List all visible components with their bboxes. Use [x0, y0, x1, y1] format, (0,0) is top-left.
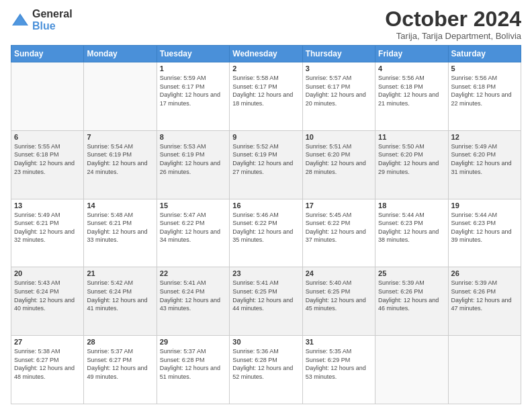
day-number: 18 — [378, 201, 445, 210]
day-number: 30 — [232, 338, 299, 346]
day-info: Sunrise: 5:41 AM Sunset: 6:24 PM Dayligh… — [160, 279, 226, 312]
header: General Blue October 2024 Tarija, Tarija… — [11, 8, 521, 41]
table-row: 18Sunrise: 5:44 AM Sunset: 6:23 PM Dayli… — [375, 199, 448, 267]
day-info: Sunrise: 5:58 AM Sunset: 6:17 PM Dayligh… — [232, 74, 299, 107]
day-info: Sunrise: 5:37 AM Sunset: 6:27 PM Dayligh… — [87, 347, 153, 381]
day-number: 12 — [451, 133, 518, 141]
logo-blue: Blue — [32, 20, 73, 32]
table-row: 2Sunrise: 5:58 AM Sunset: 6:17 PM Daylig… — [230, 62, 302, 131]
table-row: 4Sunrise: 5:56 AM Sunset: 6:18 PM Daylig… — [375, 62, 448, 131]
day-number: 20 — [14, 269, 81, 277]
day-number: 11 — [378, 133, 445, 141]
table-row: 5Sunrise: 5:56 AM Sunset: 6:18 PM Daylig… — [448, 62, 521, 131]
day-info: Sunrise: 5:57 AM Sunset: 6:17 PM Dayligh… — [306, 74, 372, 107]
table-row: 28Sunrise: 5:37 AM Sunset: 6:27 PM Dayli… — [84, 336, 157, 404]
table-row: 24Sunrise: 5:40 AM Sunset: 6:25 PM Dayli… — [302, 267, 375, 336]
day-info: Sunrise: 5:49 AM Sunset: 6:21 PM Dayligh… — [14, 211, 81, 244]
day-number: 1 — [160, 64, 226, 73]
title-block: October 2024 Tarija, Tarija Department, … — [385, 8, 521, 41]
day-number: 4 — [378, 64, 445, 73]
calendar-week-row: 27Sunrise: 5:38 AM Sunset: 6:27 PM Dayli… — [11, 336, 521, 404]
table-row: 31Sunrise: 5:35 AM Sunset: 6:29 PM Dayli… — [302, 336, 375, 404]
col-saturday: Saturday — [448, 46, 521, 62]
day-number: 10 — [306, 133, 372, 141]
day-info: Sunrise: 5:35 AM Sunset: 6:29 PM Dayligh… — [306, 347, 372, 381]
day-info: Sunrise: 5:52 AM Sunset: 6:19 PM Dayligh… — [232, 142, 299, 176]
day-info: Sunrise: 5:39 AM Sunset: 6:26 PM Dayligh… — [451, 279, 518, 312]
day-number: 14 — [87, 201, 153, 210]
day-number: 15 — [160, 201, 226, 210]
table-row: 7Sunrise: 5:54 AM Sunset: 6:19 PM Daylig… — [84, 130, 157, 199]
day-info: Sunrise: 5:41 AM Sunset: 6:25 PM Dayligh… — [232, 279, 299, 312]
day-number: 6 — [14, 133, 81, 141]
day-number: 19 — [451, 201, 518, 210]
table-row: 1Sunrise: 5:59 AM Sunset: 6:17 PM Daylig… — [157, 62, 229, 131]
day-info: Sunrise: 5:46 AM Sunset: 6:22 PM Dayligh… — [232, 211, 299, 244]
day-number: 17 — [306, 201, 372, 210]
month-title: October 2024 — [385, 8, 521, 30]
day-number: 28 — [87, 338, 153, 346]
table-row: 12Sunrise: 5:49 AM Sunset: 6:20 PM Dayli… — [448, 130, 521, 199]
day-info: Sunrise: 5:44 AM Sunset: 6:23 PM Dayligh… — [451, 211, 518, 244]
table-row — [375, 336, 448, 404]
table-row: 17Sunrise: 5:45 AM Sunset: 6:22 PM Dayli… — [302, 199, 375, 267]
day-number: 5 — [451, 64, 518, 73]
col-tuesday: Tuesday — [157, 46, 229, 62]
logo-icon — [11, 11, 30, 30]
table-row: 6Sunrise: 5:55 AM Sunset: 6:18 PM Daylig… — [11, 130, 84, 199]
day-info: Sunrise: 5:55 AM Sunset: 6:18 PM Dayligh… — [14, 142, 81, 176]
table-row: 23Sunrise: 5:41 AM Sunset: 6:25 PM Dayli… — [230, 267, 302, 336]
day-number: 24 — [306, 269, 372, 277]
table-row: 11Sunrise: 5:50 AM Sunset: 6:20 PM Dayli… — [375, 130, 448, 199]
day-number: 9 — [232, 133, 299, 141]
table-row: 10Sunrise: 5:51 AM Sunset: 6:20 PM Dayli… — [302, 130, 375, 199]
calendar-week-row: 6Sunrise: 5:55 AM Sunset: 6:18 PM Daylig… — [11, 130, 521, 199]
day-number: 21 — [87, 269, 153, 277]
calendar-header-row: Sunday Monday Tuesday Wednesday Thursday… — [11, 46, 521, 62]
day-number: 25 — [378, 269, 445, 277]
day-info: Sunrise: 5:53 AM Sunset: 6:19 PM Dayligh… — [160, 142, 226, 176]
table-row: 15Sunrise: 5:47 AM Sunset: 6:22 PM Dayli… — [157, 199, 229, 267]
table-row: 19Sunrise: 5:44 AM Sunset: 6:23 PM Dayli… — [448, 199, 521, 267]
day-info: Sunrise: 5:47 AM Sunset: 6:22 PM Dayligh… — [160, 211, 226, 244]
table-row: 20Sunrise: 5:43 AM Sunset: 6:24 PM Dayli… — [11, 267, 84, 336]
table-row — [11, 62, 84, 131]
day-number: 29 — [160, 338, 226, 346]
day-number: 22 — [160, 269, 226, 277]
day-info: Sunrise: 5:39 AM Sunset: 6:26 PM Dayligh… — [378, 279, 445, 312]
calendar-week-row: 1Sunrise: 5:59 AM Sunset: 6:17 PM Daylig… — [11, 62, 521, 131]
day-number: 8 — [160, 133, 226, 141]
day-info: Sunrise: 5:49 AM Sunset: 6:20 PM Dayligh… — [451, 142, 518, 176]
col-monday: Monday — [84, 46, 157, 62]
day-info: Sunrise: 5:50 AM Sunset: 6:20 PM Dayligh… — [378, 142, 445, 176]
day-info: Sunrise: 5:42 AM Sunset: 6:24 PM Dayligh… — [87, 279, 153, 312]
day-number: 27 — [14, 338, 81, 346]
page: General Blue October 2024 Tarija, Tarija… — [0, 0, 532, 411]
calendar-table: Sunday Monday Tuesday Wednesday Thursday… — [11, 45, 521, 404]
table-row: 21Sunrise: 5:42 AM Sunset: 6:24 PM Dayli… — [84, 267, 157, 336]
day-info: Sunrise: 5:54 AM Sunset: 6:19 PM Dayligh… — [87, 142, 153, 176]
table-row: 25Sunrise: 5:39 AM Sunset: 6:26 PM Dayli… — [375, 267, 448, 336]
day-number: 3 — [306, 64, 372, 73]
table-row: 26Sunrise: 5:39 AM Sunset: 6:26 PM Dayli… — [448, 267, 521, 336]
col-thursday: Thursday — [302, 46, 375, 62]
day-number: 31 — [306, 338, 372, 346]
table-row: 8Sunrise: 5:53 AM Sunset: 6:19 PM Daylig… — [157, 130, 229, 199]
day-info: Sunrise: 5:45 AM Sunset: 6:22 PM Dayligh… — [306, 211, 372, 244]
table-row: 30Sunrise: 5:36 AM Sunset: 6:28 PM Dayli… — [230, 336, 302, 404]
table-row — [448, 336, 521, 404]
logo-text: General Blue — [32, 8, 73, 32]
table-row: 9Sunrise: 5:52 AM Sunset: 6:19 PM Daylig… — [230, 130, 302, 199]
day-number: 16 — [232, 201, 299, 210]
day-info: Sunrise: 5:48 AM Sunset: 6:21 PM Dayligh… — [87, 211, 153, 244]
day-info: Sunrise: 5:51 AM Sunset: 6:20 PM Dayligh… — [306, 142, 372, 176]
day-number: 13 — [14, 201, 81, 210]
location-subtitle: Tarija, Tarija Department, Bolivia — [385, 31, 521, 41]
day-info: Sunrise: 5:56 AM Sunset: 6:18 PM Dayligh… — [451, 74, 518, 107]
table-row: 13Sunrise: 5:49 AM Sunset: 6:21 PM Dayli… — [11, 199, 84, 267]
logo: General Blue — [11, 8, 73, 32]
day-number: 7 — [87, 133, 153, 141]
table-row: 3Sunrise: 5:57 AM Sunset: 6:17 PM Daylig… — [302, 62, 375, 131]
day-number: 23 — [232, 269, 299, 277]
calendar-week-row: 13Sunrise: 5:49 AM Sunset: 6:21 PM Dayli… — [11, 199, 521, 267]
